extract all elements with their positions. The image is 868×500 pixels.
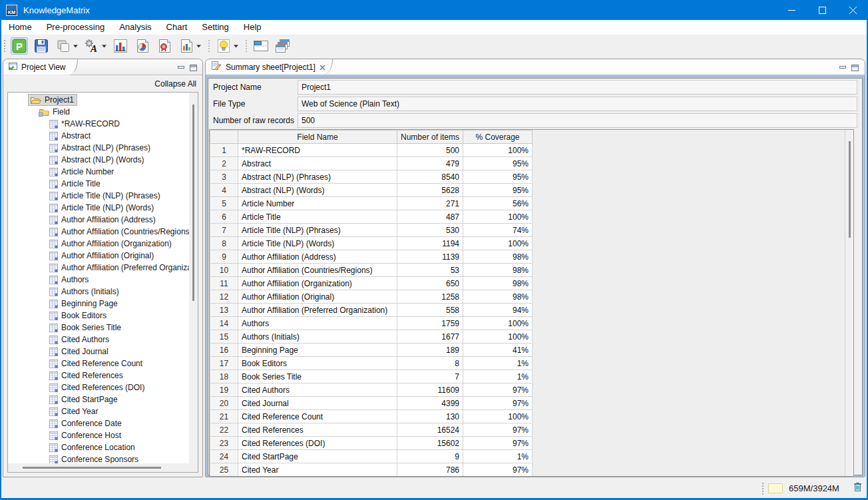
copy-button[interactable]	[55, 37, 72, 55]
chart-report-button-dropdown-arrow[interactable]	[196, 45, 202, 48]
text-process-button[interactable]: A	[83, 37, 101, 55]
table-row[interactable]: 22Cited References1652497%	[210, 423, 533, 437]
tree-item-conference-sponsors[interactable]: Conference Sponsors	[8, 453, 189, 463]
save-button[interactable]	[33, 37, 50, 55]
close-button[interactable]	[837, 0, 868, 20]
tree-item-conference-host[interactable]: Conference Host	[8, 429, 189, 441]
trash-icon[interactable]	[853, 482, 862, 495]
tree-item-article-title-nlp-words-[interactable]: Article Title (NLP) (Words)	[8, 202, 189, 214]
copy-button-dropdown-arrow[interactable]	[73, 45, 79, 48]
maximize-button[interactable]	[807, 0, 837, 20]
tree-item-author-affiliation-address-[interactable]: Author Affiliation (Address)	[8, 214, 189, 226]
tree-item-cited-year[interactable]: Cited Year	[8, 405, 189, 417]
tree-item-author-affiliation-original-[interactable]: Author Affiliation (Original)	[8, 250, 189, 262]
table-row[interactable]: 15Authors (Initials)1677100%	[210, 330, 533, 344]
menu-item-home[interactable]: Home	[1, 20, 39, 35]
menu-item-chart[interactable]: Chart	[159, 20, 195, 35]
column-header-number-of-items[interactable]: Number of items	[397, 130, 463, 144]
field-name-cell: Abstract (NLP) (Words)	[238, 184, 397, 197]
table-row[interactable]: 17Book Editors81%	[210, 357, 533, 370]
tree-item-cited-startpage[interactable]: Cited StartPage	[8, 393, 189, 405]
keyword-button[interactable]	[215, 37, 232, 55]
cascade-button[interactable]	[274, 37, 292, 55]
tree-item-abstract-nlp-words-[interactable]: Abstract (NLP) (Words)	[8, 154, 189, 166]
table-row[interactable]: 23Cited References (DOI)1560297%	[210, 437, 533, 450]
keyword-button-dropdown-arrow[interactable]	[234, 45, 239, 48]
tree-item-field[interactable]: Field	[8, 106, 189, 118]
tree-item-author-affiliation-countries-regions-[interactable]: Author Affiliation (Countries/Regions)	[8, 226, 189, 238]
tree-item--raw-record[interactable]: *RAW-RECORD	[8, 118, 189, 130]
editor-minimize-icon[interactable]	[839, 63, 847, 75]
collapse-all-button[interactable]: Collapse All	[154, 79, 196, 89]
tree-item-article-title[interactable]: Article Title	[8, 178, 189, 190]
table-row[interactable]: 1*RAW-RECORD500100%	[210, 144, 533, 157]
tree-item-cited-references[interactable]: Cited References	[8, 370, 189, 381]
new-project-button[interactable]: P	[11, 37, 28, 55]
table-row[interactable]: 20Cited Journal439997%	[210, 397, 533, 410]
column-header-rownum[interactable]	[210, 130, 238, 144]
tree-item-author-affiliation-preferred-organization-[interactable]: Author Affiliation (Preferred Organizati…	[8, 262, 189, 274]
tree-item-authors[interactable]: Authors	[8, 274, 189, 286]
tree-item-conference-location[interactable]: Conference Location	[8, 441, 189, 453]
tree-item-cited-reference-count[interactable]: Cited Reference Count	[8, 358, 189, 370]
column-header--coverage[interactable]: % Coverage	[463, 130, 533, 144]
items-count-cell: 1759	[397, 317, 463, 330]
row-number: 7	[210, 224, 238, 237]
table-row[interactable]: 19Cited Authors1160997%	[210, 383, 533, 397]
menu-item-pre-processing[interactable]: Pre-processing	[39, 20, 112, 35]
table-row[interactable]: 24Cited StartPage91%	[210, 450, 533, 463]
tree-item-article-title-nlp-phrases-[interactable]: Article Title (NLP) (Phrases)	[8, 190, 189, 202]
table-row[interactable]: 7Article Title (NLP) (Phrases)53074%	[210, 224, 533, 237]
tree-item-authors-initials-[interactable]: Authors (Initials)	[8, 286, 189, 298]
tree-item-author-affiliation-organization-[interactable]: Author Affiliation (Organization)	[8, 238, 189, 250]
table-vertical-scrollbar[interactable]	[845, 130, 853, 476]
editor-maximize-icon[interactable]	[851, 63, 859, 75]
tree-item-project1[interactable]: Project1	[8, 94, 189, 106]
table-row[interactable]: 12Author Affiliation (Original)125898%	[210, 290, 533, 304]
tree-item-cited-authors[interactable]: Cited Authors	[8, 334, 189, 346]
chart-report-button[interactable]	[178, 37, 195, 55]
table-row[interactable]: 5Article Number27156%	[210, 197, 533, 210]
table-row[interactable]: 9Author Affiliation (Address)113998%	[210, 250, 533, 264]
badge-report-button[interactable]	[156, 37, 173, 55]
text-process-button-dropdown-arrow[interactable]	[102, 45, 107, 48]
pie-report-button[interactable]	[134, 37, 151, 55]
menu-item-analysis[interactable]: Analysis	[112, 20, 158, 35]
table-row[interactable]: 13Author Affiliation (Preferred Organiza…	[210, 304, 533, 317]
tree-item-abstract[interactable]: Abstract	[8, 130, 189, 142]
tree-item-beginning-page[interactable]: Beginning Page	[8, 298, 189, 310]
panel-maximize-icon[interactable]	[190, 63, 198, 75]
table-row[interactable]: 8Article Title (NLP) (Words)1194100%	[210, 237, 533, 250]
table-row[interactable]: 21Cited Reference Count130100%	[210, 410, 533, 423]
tree-item-abstract-nlp-phrases-[interactable]: Abstract (NLP) (Phrases)	[8, 142, 189, 154]
table-row[interactable]: 2Abstract47995%	[210, 157, 533, 170]
toolbar-drag-handle[interactable]	[3, 39, 6, 53]
tab-close-icon[interactable]	[320, 61, 326, 73]
table-row[interactable]: 10Author Affiliation (Countries/Regions)…	[210, 264, 533, 277]
table-row[interactable]: 16Beginning Page18941%	[210, 344, 533, 357]
tree-item-conference-date[interactable]: Conference Date	[8, 417, 189, 429]
column-header-field-name[interactable]: Field Name	[238, 130, 397, 144]
tree-item-article-number[interactable]: Article Number	[8, 166, 189, 178]
menu-item-help[interactable]: Help	[236, 20, 269, 35]
table-row[interactable]: 11Author Affiliation (Organization)65098…	[210, 277, 533, 290]
table-row[interactable]: 3Abstract (NLP) (Phrases)854095%	[210, 170, 533, 184]
menu-item-setting[interactable]: Setting	[194, 20, 236, 35]
tree-item-cited-journal[interactable]: Cited Journal	[8, 346, 189, 358]
table-row[interactable]: 18Book Series Title71%	[210, 370, 533, 383]
bar-chart-button[interactable]	[112, 37, 129, 55]
tree-horizontal-scrollbar[interactable]	[8, 463, 189, 472]
tree-item-book-series-title[interactable]: Book Series Title	[8, 322, 189, 334]
summary-sheet-tab[interactable]: Summary sheet[Project1]	[206, 59, 333, 75]
tree-vertical-scrollbar[interactable]	[189, 93, 198, 463]
layout-button[interactable]	[252, 37, 270, 55]
tree-item-cited-references-doi-[interactable]: Cited References (DOI)	[8, 381, 189, 393]
panel-minimize-icon[interactable]	[178, 63, 185, 75]
table-row[interactable]: 14Authors1759100%	[210, 317, 533, 330]
table-row[interactable]: 25Cited Year78697%	[210, 463, 533, 477]
table-row[interactable]: 4Abstract (NLP) (Words)562895%	[210, 184, 533, 197]
table-row[interactable]: 6Article Title487100%	[210, 210, 533, 224]
minimize-button[interactable]	[776, 0, 807, 20]
tree-item-book-editors[interactable]: Book Editors	[8, 310, 189, 322]
project-view-tab[interactable]: Project View	[3, 59, 78, 75]
